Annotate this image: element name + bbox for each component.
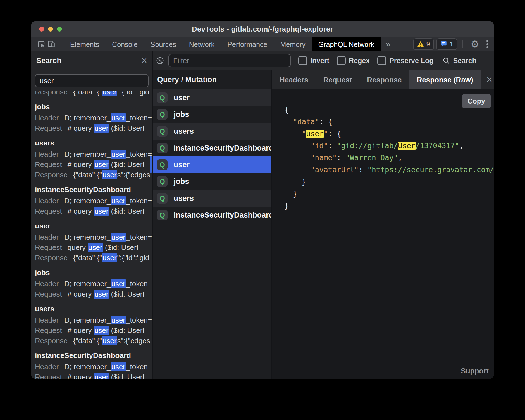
query-item-label: instanceSecurityDashboard bbox=[174, 144, 271, 152]
scrollbar-thumb[interactable] bbox=[150, 156, 152, 173]
search-result-field-label: Header bbox=[35, 114, 59, 122]
search-result-group-jobs[interactable]: jobs bbox=[35, 266, 152, 279]
query-list-item-instancesecuritydashboard[interactable]: QinstanceSecurityDashboard bbox=[153, 207, 271, 223]
settings-gear-icon[interactable]: ⚙ bbox=[471, 39, 479, 49]
query-item-label: users bbox=[174, 194, 194, 203]
copy-button[interactable]: Copy bbox=[462, 94, 491, 108]
search-result-group-instancesecuritydashboard[interactable]: instanceSecurityDashboard bbox=[35, 183, 152, 196]
json-line: "id": "gid://gitlab/User/13704317", bbox=[284, 140, 494, 152]
json-line: "avatarUrl": "https://secure.gravatar.co… bbox=[284, 164, 494, 176]
search-result-row[interactable]: HeaderD; remember_user_token=e bbox=[35, 149, 152, 159]
json-response-body: { "data": { "user": { "id": "gid://gitla… bbox=[272, 89, 494, 212]
tab-graphql-network[interactable]: GraphQL Network bbox=[312, 37, 381, 51]
search-input-box bbox=[35, 74, 149, 87]
search-result-row[interactable]: HeaderD; remember_user_token=e bbox=[35, 196, 152, 206]
search-result-group-users[interactable]: users bbox=[35, 303, 152, 315]
query-list-item-instancesecuritydashboard[interactable]: QinstanceSecurityDashboard bbox=[153, 140, 271, 156]
query-list-item-jobs[interactable]: Qjobs bbox=[153, 106, 271, 123]
query-item-label: user bbox=[174, 94, 190, 102]
highlighted-match: user bbox=[102, 170, 117, 179]
close-search-panel-icon[interactable]: × bbox=[141, 56, 147, 66]
tab-sources[interactable]: Sources bbox=[144, 37, 183, 51]
tab-network[interactable]: Network bbox=[183, 37, 221, 51]
search-result-field-label: Header bbox=[35, 280, 59, 288]
highlighted-match: user bbox=[94, 373, 109, 379]
highlighted-match: user bbox=[102, 253, 117, 262]
highlighted-match: user bbox=[102, 91, 117, 96]
highlighted-match: user bbox=[94, 290, 109, 299]
search-result-group-instancesecuritydashboard[interactable]: instanceSecurityDashboard bbox=[35, 349, 152, 362]
invert-checkbox[interactable] bbox=[298, 56, 307, 65]
clear-block-icon[interactable] bbox=[155, 56, 165, 66]
window-title: DevTools - gitlab.com/-/graphql-explorer bbox=[192, 25, 333, 34]
search-result-row[interactable]: Response{"data":{"users":{"edges bbox=[35, 336, 152, 346]
search-result-field-label: Response bbox=[35, 337, 68, 345]
warnings-badge[interactable]: 9 bbox=[413, 38, 434, 50]
support-link[interactable]: Support bbox=[461, 367, 489, 375]
search-result-row[interactable]: Request# query user ($id: UserI bbox=[35, 325, 152, 336]
minimize-window-button[interactable] bbox=[48, 27, 53, 32]
search-result-row[interactable]: Request# query user ($id: UserI bbox=[35, 123, 152, 133]
filter-input[interactable] bbox=[173, 56, 286, 65]
search-result-row[interactable]: Request# query user ($id: UserI bbox=[35, 159, 152, 170]
detail-tabs-bar: HeadersRequestResponseResponse (Raw) × bbox=[272, 70, 494, 89]
search-result-field-label: Header bbox=[35, 362, 59, 371]
more-tabs-icon[interactable]: » bbox=[381, 37, 395, 51]
query-list-title: Query / Mutation bbox=[157, 75, 217, 84]
search-result-row[interactable]: HeaderD; remember_user_token=e bbox=[35, 113, 152, 123]
messages-badge[interactable]: 1 bbox=[436, 38, 457, 50]
highlighted-match: user bbox=[111, 196, 126, 205]
search-result-row[interactable]: HeaderD; remember_user_token=e bbox=[35, 279, 152, 289]
search-button[interactable]: Search bbox=[442, 57, 476, 65]
close-detail-panel-icon[interactable]: × bbox=[481, 75, 494, 85]
query-list-item-jobs[interactable]: Qjobs bbox=[153, 173, 271, 190]
highlighted-match: user bbox=[306, 130, 324, 138]
search-result-row[interactable]: HeaderD; remember_user_token=e bbox=[35, 315, 152, 325]
query-list-item-user[interactable]: Quser bbox=[153, 89, 271, 106]
toolbar-divider bbox=[462, 40, 463, 48]
tab-memory[interactable]: Memory bbox=[274, 37, 312, 51]
traffic-lights bbox=[39, 21, 62, 37]
highlighted-match: user bbox=[94, 207, 109, 216]
search-panel-title: Search bbox=[36, 56, 61, 65]
detail-tab-headers[interactable]: Headers bbox=[272, 70, 316, 89]
search-result-row[interactable]: Response{"data":{"user":{"id":"gid bbox=[35, 91, 152, 97]
search-result-row[interactable]: HeaderD; remember_user_token=e bbox=[35, 232, 152, 242]
detail-tab-response-raw[interactable]: Response (Raw) bbox=[409, 70, 481, 89]
search-result-row[interactable]: Requestquery user ($id: UserI bbox=[35, 242, 152, 253]
kebab-menu-icon[interactable] bbox=[485, 39, 489, 49]
highlighted-match: user bbox=[111, 316, 126, 324]
search-result-row[interactable]: Response{"data":{"users":{"edges bbox=[35, 170, 152, 180]
search-result-row[interactable]: Request# query user ($id: UserI bbox=[35, 289, 152, 299]
highlighted-match: user bbox=[111, 113, 126, 122]
detail-tab-response[interactable]: Response bbox=[359, 70, 409, 89]
query-type-badge: Q bbox=[157, 143, 168, 153]
search-result-row[interactable]: Response{"data":{"user":{"id":"gid bbox=[35, 253, 152, 263]
search-result-row[interactable]: Request# query user ($id: UserI bbox=[35, 372, 152, 379]
search-input[interactable] bbox=[40, 77, 144, 85]
query-type-badge: Q bbox=[157, 92, 168, 103]
search-result-group-user[interactable]: user bbox=[35, 220, 152, 232]
inspect-element-icon[interactable] bbox=[36, 39, 46, 49]
tab-performance[interactable]: Performance bbox=[221, 37, 274, 51]
preserve-log-checkbox[interactable] bbox=[377, 56, 386, 65]
tab-elements[interactable]: Elements bbox=[64, 37, 106, 51]
query-list-item-user[interactable]: Quser bbox=[153, 156, 271, 173]
search-result-row[interactable]: Request# query user ($id: UserI bbox=[35, 206, 152, 216]
device-toolbar-icon[interactable] bbox=[46, 39, 56, 49]
search-result-group-jobs[interactable]: jobs bbox=[35, 101, 152, 113]
query-list-header: Query / Mutation bbox=[153, 70, 271, 89]
query-list-item-users[interactable]: Qusers bbox=[153, 123, 271, 140]
search-result-group-users[interactable]: users bbox=[35, 137, 152, 149]
detail-tab-request[interactable]: Request bbox=[316, 70, 360, 89]
query-list-item-users[interactable]: Qusers bbox=[153, 190, 271, 207]
close-window-button[interactable] bbox=[39, 27, 44, 32]
tab-console[interactable]: Console bbox=[106, 37, 144, 51]
search-result-row[interactable]: HeaderD; remember_user_token=e bbox=[35, 362, 152, 372]
query-item-label: instanceSecurityDashboard bbox=[174, 211, 271, 219]
highlighted-match: User bbox=[398, 142, 416, 150]
query-item-label: users bbox=[174, 127, 194, 136]
zoom-window-button[interactable] bbox=[57, 27, 62, 32]
regex-checkbox[interactable] bbox=[337, 56, 346, 65]
json-line: "user": { bbox=[284, 128, 494, 140]
